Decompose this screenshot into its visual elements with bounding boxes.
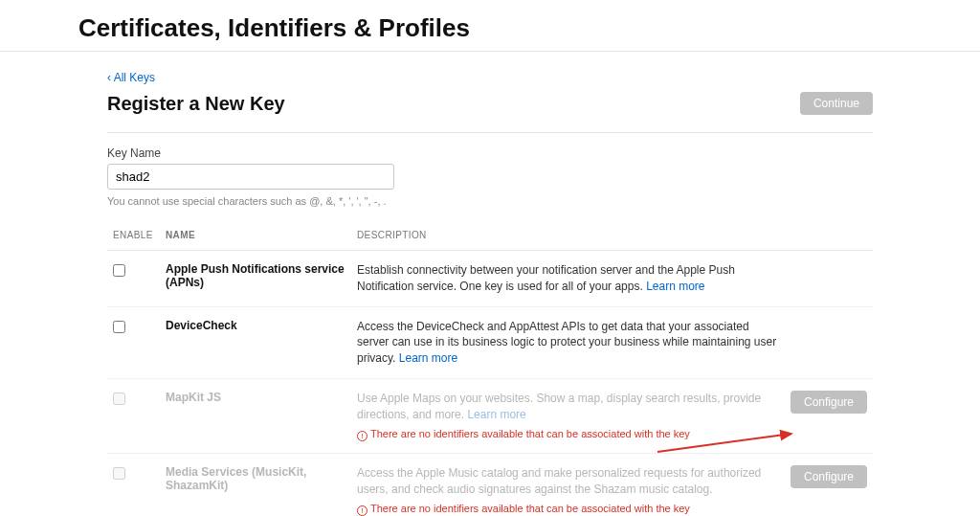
register-new-key-heading: Register a New Key bbox=[107, 93, 285, 115]
desc-mapkit: Use Apple Maps on your websites. Show a … bbox=[351, 378, 783, 453]
th-name: NAME bbox=[160, 220, 351, 251]
name-apns: Apple Push Notifications service (APNs) bbox=[160, 251, 351, 307]
configure-media-button: Configure bbox=[791, 465, 867, 488]
row-mapkit: MapKit JS Use Apple Maps on your website… bbox=[107, 378, 873, 453]
th-description: DESCRIPTION bbox=[351, 220, 783, 251]
back-all-keys-link[interactable]: ‹ All Keys bbox=[107, 71, 873, 84]
learn-more-devicecheck[interactable]: Learn more bbox=[399, 351, 457, 365]
services-table: ENABLE NAME DESCRIPTION Apple Push Notif… bbox=[107, 220, 873, 516]
desc-media: Access the Apple Music catalog and make … bbox=[351, 453, 783, 516]
desc-devicecheck: Access the DeviceCheck and AppAttest API… bbox=[351, 306, 783, 378]
key-name-input[interactable] bbox=[107, 164, 394, 190]
desc-apns: Establish connectivity between your noti… bbox=[351, 251, 783, 307]
row-devicecheck: DeviceCheck Access the DeviceCheck and A… bbox=[107, 306, 873, 378]
enable-devicecheck-checkbox[interactable] bbox=[113, 321, 125, 333]
error-mapkit: !There are no identifiers available that… bbox=[357, 427, 777, 441]
learn-more-mapkit[interactable]: Learn more bbox=[467, 408, 525, 421]
learn-more-apns[interactable]: Learn more bbox=[646, 280, 704, 293]
error-media: !There are no identifiers available that… bbox=[357, 502, 777, 516]
row-media: Media Services (MusicKit, ShazamKit) Acc… bbox=[107, 453, 873, 516]
page-title: Certificates, Identifiers & Profiles bbox=[0, 0, 980, 52]
key-name-hint: You cannot use special characters such a… bbox=[107, 195, 873, 207]
name-devicecheck: DeviceCheck bbox=[160, 306, 351, 378]
name-mapkit: MapKit JS bbox=[160, 378, 351, 453]
key-name-label: Key Name bbox=[107, 146, 873, 160]
enable-apns-checkbox[interactable] bbox=[113, 264, 125, 277]
th-enable: ENABLE bbox=[107, 220, 160, 251]
row-apns: Apple Push Notifications service (APNs) … bbox=[107, 251, 873, 307]
name-media: Media Services (MusicKit, ShazamKit) bbox=[160, 453, 351, 516]
error-icon: ! bbox=[357, 431, 368, 441]
continue-button[interactable]: Continue bbox=[800, 92, 873, 115]
configure-mapkit-button: Configure bbox=[791, 391, 867, 414]
enable-media-checkbox bbox=[113, 467, 125, 480]
enable-mapkit-checkbox bbox=[113, 393, 125, 405]
error-icon: ! bbox=[357, 505, 368, 516]
